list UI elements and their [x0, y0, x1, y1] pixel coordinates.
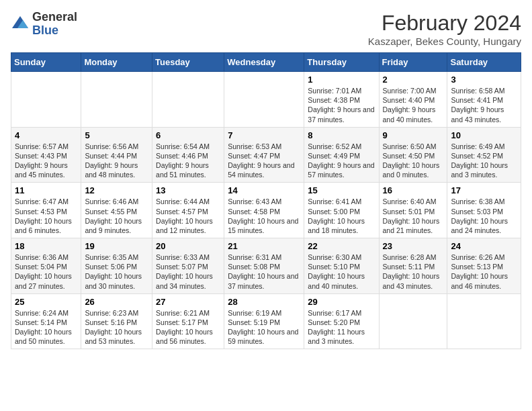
- calendar-cell: 15Sunrise: 6:41 AMSunset: 5:00 PMDayligh…: [304, 183, 379, 238]
- calendar-cell: 28Sunrise: 6:19 AMSunset: 5:19 PMDayligh…: [224, 293, 304, 349]
- calendar-cell: 14Sunrise: 6:43 AMSunset: 4:58 PMDayligh…: [224, 183, 304, 238]
- calendar-table: SundayMondayTuesdayWednesdayThursdayFrid…: [11, 52, 521, 349]
- day-detail: Sunrise: 6:52 AMSunset: 4:49 PMDaylight:…: [308, 142, 375, 180]
- logo: General Blue: [11, 11, 77, 38]
- header-tuesday: Tuesday: [152, 53, 224, 72]
- day-number: 22: [308, 241, 375, 251]
- calendar-week-row: 1Sunrise: 7:01 AMSunset: 4:38 PMDaylight…: [11, 72, 521, 128]
- calendar-cell: 29Sunrise: 6:17 AMSunset: 5:20 PMDayligh…: [304, 293, 379, 349]
- calendar-cell: 8Sunrise: 6:52 AMSunset: 4:49 PMDaylight…: [304, 127, 379, 183]
- day-number: 7: [228, 130, 300, 140]
- day-detail: Sunrise: 6:21 AMSunset: 5:17 PMDaylight:…: [156, 308, 220, 347]
- header-saturday: Saturday: [447, 53, 521, 72]
- calendar-week-row: 4Sunrise: 6:57 AMSunset: 4:43 PMDaylight…: [11, 127, 521, 183]
- day-number: 16: [383, 185, 444, 195]
- calendar-week-row: 11Sunrise: 6:47 AMSunset: 4:53 PMDayligh…: [11, 183, 521, 238]
- calendar-cell: 16Sunrise: 6:40 AMSunset: 5:01 PMDayligh…: [379, 183, 447, 238]
- day-number: 28: [228, 297, 300, 307]
- calendar-cell: 27Sunrise: 6:21 AMSunset: 5:17 PMDayligh…: [152, 293, 224, 349]
- header: General Blue February 2024 Kaszaper, Bek…: [11, 11, 521, 47]
- day-number: 17: [451, 185, 517, 195]
- calendar-cell: 5Sunrise: 6:56 AMSunset: 4:44 PMDaylight…: [81, 127, 152, 183]
- day-number: 13: [156, 185, 220, 195]
- title-area: February 2024 Kaszaper, Bekes County, Hu…: [368, 11, 521, 47]
- calendar-cell: 17Sunrise: 6:38 AMSunset: 5:03 PMDayligh…: [447, 183, 521, 238]
- logo-icon: [11, 15, 30, 34]
- calendar-cell: [379, 293, 447, 349]
- day-detail: Sunrise: 6:41 AMSunset: 5:00 PMDaylight:…: [308, 197, 375, 235]
- calendar-cell: 18Sunrise: 6:36 AMSunset: 5:04 PMDayligh…: [11, 238, 81, 294]
- day-number: 27: [156, 297, 220, 307]
- subtitle: Kaszaper, Bekes County, Hungary: [368, 36, 521, 47]
- day-detail: Sunrise: 6:38 AMSunset: 5:03 PMDaylight:…: [451, 197, 517, 235]
- day-detail: Sunrise: 6:53 AMSunset: 4:47 PMDaylight:…: [228, 142, 300, 180]
- day-detail: Sunrise: 6:49 AMSunset: 4:52 PMDaylight:…: [451, 142, 517, 180]
- logo-blue: Blue: [32, 24, 58, 37]
- day-number: 5: [85, 130, 148, 140]
- day-detail: Sunrise: 6:36 AMSunset: 5:04 PMDaylight:…: [15, 253, 77, 291]
- calendar-cell: 25Sunrise: 6:24 AMSunset: 5:14 PMDayligh…: [11, 293, 81, 349]
- day-number: 15: [308, 185, 375, 195]
- day-detail: Sunrise: 6:30 AMSunset: 5:10 PMDaylight:…: [308, 253, 375, 291]
- calendar-cell: 10Sunrise: 6:49 AMSunset: 4:52 PMDayligh…: [447, 127, 521, 183]
- calendar-cell: 13Sunrise: 6:44 AMSunset: 4:57 PMDayligh…: [152, 183, 224, 238]
- day-detail: Sunrise: 6:57 AMSunset: 4:43 PMDaylight:…: [15, 142, 77, 180]
- day-detail: Sunrise: 6:19 AMSunset: 5:19 PMDaylight:…: [228, 308, 300, 347]
- day-number: 12: [85, 185, 148, 195]
- calendar-cell: 20Sunrise: 6:33 AMSunset: 5:07 PMDayligh…: [152, 238, 224, 294]
- header-friday: Friday: [379, 53, 447, 72]
- day-detail: Sunrise: 6:43 AMSunset: 4:58 PMDaylight:…: [228, 197, 300, 235]
- calendar-cell: 6Sunrise: 6:54 AMSunset: 4:46 PMDaylight…: [152, 127, 224, 183]
- day-detail: Sunrise: 6:33 AMSunset: 5:07 PMDaylight:…: [156, 253, 220, 291]
- day-detail: Sunrise: 6:28 AMSunset: 5:11 PMDaylight:…: [383, 253, 444, 291]
- day-detail: Sunrise: 6:58 AMSunset: 4:41 PMDaylight:…: [451, 86, 517, 124]
- day-number: 8: [308, 130, 375, 140]
- day-number: 19: [85, 241, 148, 251]
- day-detail: Sunrise: 6:40 AMSunset: 5:01 PMDaylight:…: [383, 197, 444, 235]
- day-number: 1: [308, 75, 375, 85]
- calendar-cell: 7Sunrise: 6:53 AMSunset: 4:47 PMDaylight…: [224, 127, 304, 183]
- day-detail: Sunrise: 6:47 AMSunset: 4:53 PMDaylight:…: [15, 197, 77, 235]
- header-monday: Monday: [81, 53, 152, 72]
- main-title: February 2024: [368, 11, 521, 36]
- day-detail: Sunrise: 6:44 AMSunset: 4:57 PMDaylight:…: [156, 197, 220, 235]
- calendar-cell: 19Sunrise: 6:35 AMSunset: 5:06 PMDayligh…: [81, 238, 152, 294]
- calendar-cell: [447, 293, 521, 349]
- day-detail: Sunrise: 6:24 AMSunset: 5:14 PMDaylight:…: [15, 308, 77, 347]
- day-detail: Sunrise: 6:46 AMSunset: 4:55 PMDaylight:…: [85, 197, 148, 235]
- header-sunday: Sunday: [11, 53, 81, 72]
- day-number: 23: [383, 241, 444, 251]
- day-detail: Sunrise: 6:26 AMSunset: 5:13 PMDaylight:…: [451, 253, 517, 291]
- calendar-cell: [11, 72, 81, 128]
- calendar-cell: 11Sunrise: 6:47 AMSunset: 4:53 PMDayligh…: [11, 183, 81, 238]
- day-detail: Sunrise: 7:01 AMSunset: 4:38 PMDaylight:…: [308, 86, 375, 124]
- calendar-cell: 23Sunrise: 6:28 AMSunset: 5:11 PMDayligh…: [379, 238, 447, 294]
- calendar-cell: 12Sunrise: 6:46 AMSunset: 4:55 PMDayligh…: [81, 183, 152, 238]
- day-number: 2: [383, 75, 444, 85]
- day-number: 10: [451, 130, 517, 140]
- day-detail: Sunrise: 6:50 AMSunset: 4:50 PMDaylight:…: [383, 142, 444, 180]
- day-detail: Sunrise: 6:54 AMSunset: 4:46 PMDaylight:…: [156, 142, 220, 180]
- day-number: 11: [15, 185, 77, 195]
- day-number: 26: [85, 297, 148, 307]
- header-thursday: Thursday: [304, 53, 379, 72]
- calendar-header-row: SundayMondayTuesdayWednesdayThursdayFrid…: [11, 53, 521, 72]
- day-detail: Sunrise: 7:00 AMSunset: 4:40 PMDaylight:…: [383, 86, 444, 124]
- calendar-cell: 26Sunrise: 6:23 AMSunset: 5:16 PMDayligh…: [81, 293, 152, 349]
- calendar-cell: 24Sunrise: 6:26 AMSunset: 5:13 PMDayligh…: [447, 238, 521, 294]
- day-detail: Sunrise: 6:35 AMSunset: 5:06 PMDaylight:…: [85, 253, 148, 291]
- day-number: 29: [308, 297, 375, 307]
- day-detail: Sunrise: 6:17 AMSunset: 5:20 PMDaylight:…: [308, 308, 375, 347]
- calendar-cell: 21Sunrise: 6:31 AMSunset: 5:08 PMDayligh…: [224, 238, 304, 294]
- day-number: 20: [156, 241, 220, 251]
- day-number: 3: [451, 75, 517, 85]
- calendar-week-row: 18Sunrise: 6:36 AMSunset: 5:04 PMDayligh…: [11, 238, 521, 294]
- day-number: 9: [383, 130, 444, 140]
- day-detail: Sunrise: 6:23 AMSunset: 5:16 PMDaylight:…: [85, 308, 148, 347]
- calendar-cell: 2Sunrise: 7:00 AMSunset: 4:40 PMDaylight…: [379, 72, 447, 128]
- calendar-cell: 4Sunrise: 6:57 AMSunset: 4:43 PMDaylight…: [11, 127, 81, 183]
- calendar-week-row: 25Sunrise: 6:24 AMSunset: 5:14 PMDayligh…: [11, 293, 521, 349]
- calendar-cell: [224, 72, 304, 128]
- header-wednesday: Wednesday: [224, 53, 304, 72]
- calendar-cell: 1Sunrise: 7:01 AMSunset: 4:38 PMDaylight…: [304, 72, 379, 128]
